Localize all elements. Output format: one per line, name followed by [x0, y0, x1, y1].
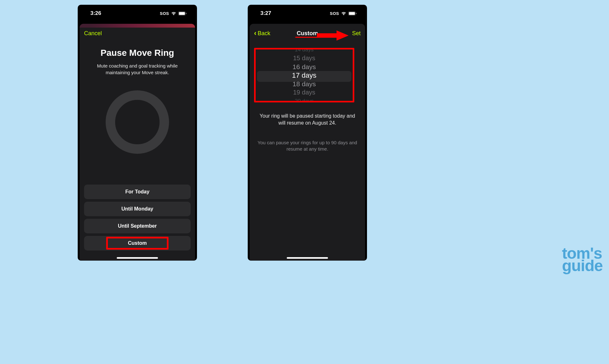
svg-rect-4 [349, 12, 355, 15]
nav-bar: ‹ Back Custom Set [250, 26, 365, 41]
cancel-button[interactable]: Cancel [84, 30, 102, 37]
pause-summary-text: Your ring will be paused starting today … [250, 113, 365, 126]
status-time: 3:26 [90, 10, 101, 16]
status-sos: SOS [160, 11, 169, 16]
picker-option[interactable]: 15 days [293, 54, 315, 62]
duration-picker[interactable]: 14 days 15 days 16 days 17 days 18 days … [254, 48, 354, 102]
home-indicator [117, 257, 158, 259]
phone-screenshot-custom-picker: 3:27 SOS ‹ Back Custom [248, 5, 367, 261]
wifi-icon [341, 11, 346, 16]
picker-option[interactable]: 14 days [295, 48, 314, 54]
battery-icon [348, 11, 357, 16]
picker-option[interactable]: 16 days [292, 62, 316, 71]
option-custom-label: Custom [128, 240, 147, 246]
chevron-left-icon: ‹ [254, 30, 256, 37]
picker-option-selected[interactable]: 17 days [292, 71, 316, 80]
back-label: Back [258, 30, 270, 37]
home-indicator [287, 257, 328, 259]
pause-options-list: For Today Until Monday Until September C… [84, 185, 191, 250]
modal-sheet: ‹ Back Custom Set 14 days 15 days 16 day… [250, 24, 365, 261]
nav-bar: Cancel [80, 26, 195, 41]
svg-rect-2 [186, 13, 187, 14]
picker-option[interactable]: 19 days [293, 88, 315, 97]
watermark-line2: guide [562, 260, 603, 272]
ring-icon [106, 90, 169, 154]
pause-footnote-text: You can pause your rings for up to 90 da… [250, 140, 365, 153]
status-time: 3:27 [260, 10, 271, 16]
wifi-icon [171, 11, 176, 16]
page-title: Pause Move Ring [80, 48, 195, 58]
move-ring-graphic [80, 90, 195, 154]
phone-screenshot-pause-move-ring: 3:26 SOS Cancel Pause Move Ring Mute coa… [78, 5, 197, 261]
picker-option[interactable]: 20 days [295, 97, 314, 103]
status-sos: SOS [330, 11, 339, 16]
battery-icon [178, 11, 187, 16]
status-bar: 3:26 SOS [78, 5, 197, 22]
modal-sheet: Cancel Pause Move Ring Mute coaching and… [80, 24, 195, 261]
option-until-september-button[interactable]: Until September [84, 219, 191, 233]
back-button[interactable]: ‹ Back [254, 30, 270, 37]
status-bar: 3:27 SOS [248, 5, 367, 22]
picker-option[interactable]: 18 days [292, 80, 316, 88]
svg-rect-1 [179, 12, 185, 15]
page-subtitle: Mute coaching and goal tracking while ma… [80, 62, 195, 76]
svg-rect-5 [356, 13, 357, 14]
option-for-today-button[interactable]: For Today [84, 185, 191, 199]
set-button[interactable]: Set [352, 30, 361, 37]
watermark-logo: tom's guide [562, 247, 603, 272]
option-until-monday-button[interactable]: Until Monday [84, 202, 191, 216]
annotation-strike [295, 37, 320, 38]
option-custom-button[interactable]: Custom [84, 236, 191, 250]
